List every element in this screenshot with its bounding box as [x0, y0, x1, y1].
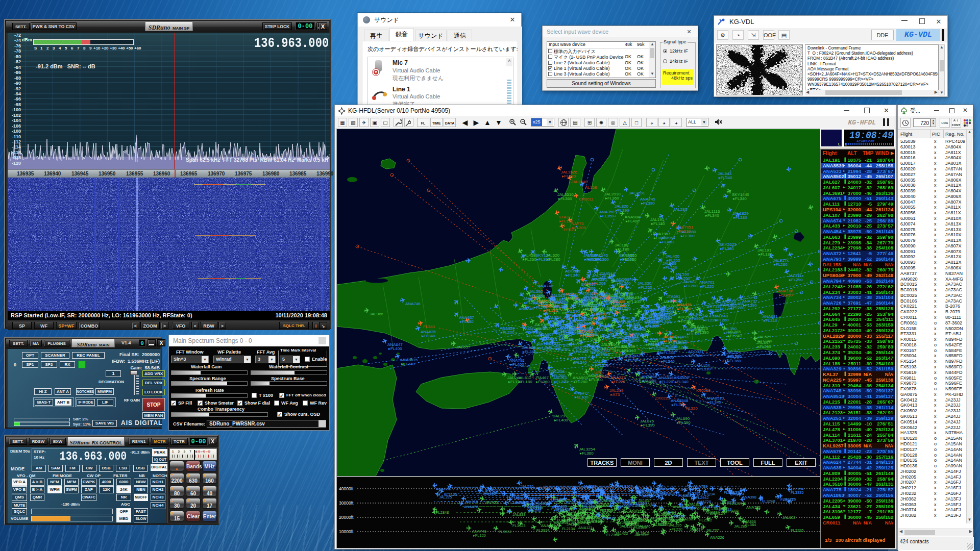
svg-text:▸FL400: ▸FL400 [510, 362, 524, 367]
svg-text:FL3924: FL3924 [536, 528, 549, 533]
svg-text:▸FL340: ▸FL340 [554, 508, 567, 513]
svg-text:ANA746: ANA746 [405, 302, 421, 306]
svg-text:ANA71: ANA71 [567, 517, 579, 522]
svg-text:▸FL260: ▸FL260 [757, 344, 771, 349]
svg-text:▸FL200: ▸FL200 [684, 284, 698, 288]
svg-text:▸FL350: ▸FL350 [672, 403, 685, 407]
svg-text:▸FL260: ▸FL260 [662, 313, 675, 317]
svg-text:JAL916: JAL916 [465, 499, 478, 504]
svg-text:▸FL180: ▸FL180 [616, 247, 629, 252]
svg-text:▸FL220: ▸FL220 [659, 380, 673, 384]
svg-text:▸FL340: ▸FL340 [733, 196, 747, 201]
svg-text:JAL737: JAL737 [642, 494, 655, 498]
svg-text:FL384: FL384 [745, 522, 756, 527]
svg-text:▸FL290: ▸FL290 [789, 278, 803, 282]
svg-text:▸FL260: ▸FL260 [645, 324, 659, 329]
svg-text:▸FL200: ▸FL200 [543, 304, 556, 308]
svg-text:FL3107: FL3107 [620, 484, 632, 489]
svg-text:▸FL280: ▸FL280 [664, 339, 677, 343]
svg-text:20000ft: 20000ft [339, 515, 354, 520]
svg-text:▸FL180: ▸FL180 [651, 221, 665, 226]
svg-text:▸FL340: ▸FL340 [662, 350, 675, 355]
svg-text:▸FL220: ▸FL220 [536, 327, 550, 331]
svg-text:▸FL390: ▸FL390 [554, 380, 568, 384]
svg-text:▸FL240: ▸FL240 [728, 334, 742, 338]
svg-text:K40258: K40258 [696, 388, 710, 393]
svg-text:FL3532: FL3532 [499, 530, 511, 534]
svg-text:FL3850: FL3850 [656, 512, 669, 517]
svg-text:▸FL390: ▸FL390 [728, 354, 742, 359]
svg-text:FL2384: FL2384 [606, 533, 619, 537]
svg-text:JAL9xx: JAL9xx [370, 312, 383, 316]
svg-text:FL2453: FL2453 [576, 494, 589, 498]
svg-text:ANA703: ANA703 [746, 505, 761, 510]
svg-text:▸FL310: ▸FL310 [764, 318, 777, 323]
svg-text:▸FL380: ▸FL380 [460, 319, 474, 324]
svg-text:▸FL360: ▸FL360 [580, 451, 594, 456]
svg-text:▸FL380: ▸FL380 [595, 374, 609, 379]
svg-text:30000ft: 30000ft [339, 500, 354, 506]
svg-text:▸FL340: ▸FL340 [574, 349, 587, 354]
svg-text:▸FL360: ▸FL360 [605, 196, 619, 201]
svg-text:40000ft: 40000ft [339, 486, 354, 491]
svg-text:ANA903: ANA903 [556, 498, 571, 503]
svg-text:▸FL340: ▸FL340 [566, 273, 580, 278]
svg-text:▸FL260: ▸FL260 [651, 341, 665, 345]
svg-text:▸FL300: ▸FL300 [575, 301, 589, 306]
svg-text:▸FL360: ▸FL360 [530, 293, 544, 298]
svg-text:FL380: FL380 [423, 324, 435, 329]
svg-text:ANA497: ANA497 [653, 491, 668, 496]
svg-text:▸FL220: ▸FL220 [664, 265, 677, 270]
svg-text:FL320: FL320 [686, 406, 698, 411]
svg-text:▸FL400: ▸FL400 [639, 503, 652, 507]
svg-text:JAL727: JAL727 [583, 484, 596, 489]
svg-text:JAL190: JAL190 [483, 491, 496, 496]
svg-text:▸FL340: ▸FL340 [661, 359, 675, 364]
svg-text:▸FL260: ▸FL260 [715, 318, 729, 322]
svg-text:▸FL170: ▸FL170 [508, 380, 522, 384]
svg-text:▸FL380: ▸FL380 [523, 349, 536, 354]
svg-text:JAL189: JAL189 [582, 504, 595, 509]
svg-text:▸FL280: ▸FL280 [612, 304, 626, 308]
svg-text:▸FL300: ▸FL300 [627, 299, 641, 304]
svg-text:ANA728: ANA728 [697, 499, 711, 504]
svg-text:▸FL260: ▸FL260 [676, 276, 690, 281]
svg-text:FFB20: FFB20 [564, 228, 576, 232]
svg-text:▸FL340: ▸FL340 [622, 348, 636, 353]
svg-text:▸FL380: ▸FL380 [640, 380, 653, 384]
svg-text:JAL814: JAL814 [589, 519, 601, 524]
svg-text:JAL252: JAL252 [566, 513, 578, 517]
svg-text:10000ft: 10000ft [339, 529, 354, 534]
svg-text:▸FL180: ▸FL180 [758, 252, 772, 257]
svg-text:FL2134: FL2134 [562, 527, 575, 531]
svg-text:▸FL260: ▸FL260 [523, 257, 536, 262]
svg-text:AL158: AL158 [585, 185, 597, 190]
svg-text:JAL833: JAL833 [512, 512, 525, 517]
svg-text:▸FL320: ▸FL320 [595, 363, 609, 368]
svg-text:▸FL340: ▸FL340 [573, 360, 587, 365]
svg-text:JAL375: JAL375 [618, 499, 630, 504]
svg-text:JAL2840: JAL2840 [571, 180, 587, 184]
svg-text:▸FL340: ▸FL340 [422, 334, 435, 338]
svg-text:▸FL350: ▸FL350 [600, 214, 614, 218]
svg-text:▸FL400: ▸FL400 [388, 346, 402, 351]
svg-text:▸FL240: ▸FL240 [758, 339, 772, 343]
svg-text:▸FL300: ▸FL300 [681, 234, 695, 238]
svg-text:▸FL240: ▸FL240 [627, 323, 641, 328]
svg-text:JAL938: JAL938 [672, 514, 684, 518]
svg-text:▸FL300: ▸FL300 [582, 286, 596, 291]
svg-text:ANA398: ANA398 [742, 495, 756, 499]
svg-text:JAL102: JAL102 [782, 515, 795, 520]
svg-text:▸A73: ▸A73 [610, 392, 620, 397]
svg-text:JAL283: JAL283 [673, 207, 688, 212]
svg-text:ANA384: ANA384 [705, 510, 720, 515]
svg-text:▸FL200: ▸FL200 [501, 330, 514, 335]
svg-text:▸FL380: ▸FL380 [532, 298, 546, 303]
svg-text:▸FL200: ▸FL200 [667, 258, 680, 263]
svg-text:FL3828: FL3828 [678, 493, 691, 498]
svg-text:▸FL380: ▸FL380 [689, 354, 703, 358]
svg-text:▸FL390: ▸FL390 [641, 201, 655, 206]
svg-text:ANA226: ANA226 [710, 535, 724, 540]
svg-text:▸FL280: ▸FL280 [547, 257, 560, 262]
svg-text:JAL405: JAL405 [485, 500, 498, 505]
